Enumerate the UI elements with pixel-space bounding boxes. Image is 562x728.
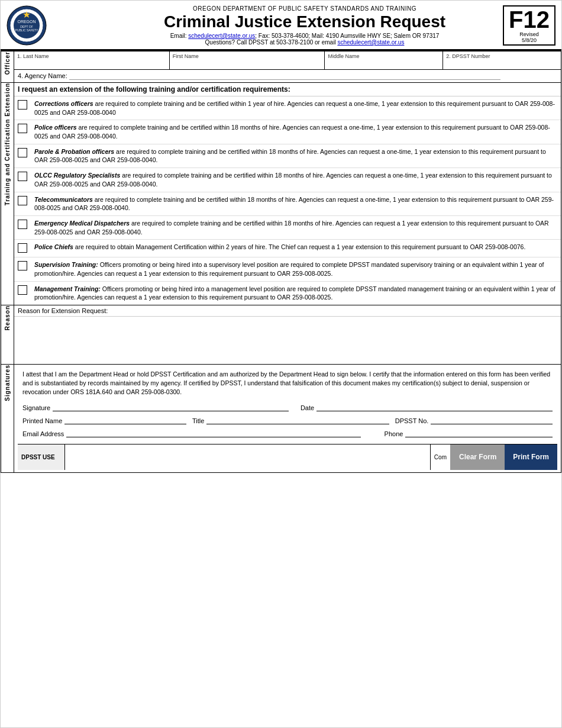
middlename-input[interactable] [328, 60, 440, 67]
training-section-label: Training and Certification Extension [4, 83, 11, 205]
agency-input[interactable] [69, 72, 501, 80]
training-checkbox-2[interactable] [18, 148, 27, 157]
checkbox-area-2 [18, 148, 31, 159]
lastname-label: 1. Last Name [17, 53, 166, 59]
training-row: Training and Certification Extension I r… [1, 83, 561, 305]
email-link[interactable]: schedulecert@state.or.us [188, 33, 255, 39]
officer-row: Officer 1. Last Name First Name Middle N… [1, 51, 561, 83]
revised-label: Revised [519, 31, 539, 37]
revised-date: 5/8/20 [522, 37, 537, 43]
training-text-4: Telecommunicators are required to comple… [34, 195, 557, 212]
dpsst-use-content[interactable] [65, 444, 431, 470]
signatures-section-label-cell: Signatures [1, 365, 14, 473]
dpsst-buttons: Com Clear Form Print Form [431, 444, 557, 470]
reason-row: Reason Reason for Extension Request: [1, 305, 561, 365]
header-contact: Email: schedulecert@state.or.us; Fax: 50… [54, 33, 555, 46]
training-text-3: OLCC Regulatory Specialists are required… [34, 171, 557, 188]
officer-firstname-field: First Name [170, 51, 325, 69]
fax-text: Fax: 503-378-4600; [259, 33, 310, 39]
checkbox-area-3 [18, 172, 31, 182]
officer-lastname-field: 1. Last Name [14, 51, 170, 69]
printed-name-label: Printed Name [22, 417, 62, 424]
questions-text: Questions? Call DPSST at 503-378-2100 or… [205, 39, 336, 46]
officer-section-label: Officer [4, 51, 11, 75]
firstname-input[interactable] [173, 60, 322, 67]
training-text-1: Police officers are required to complete… [34, 123, 557, 140]
training-item: Supervision Training: Officers promoting… [14, 257, 561, 281]
header-center: OREGON DEPARTMENT OF PUBLIC SAFETY STAND… [54, 5, 555, 46]
header: OREGON DEPT OF PUBLIC SAFETY OREGON DEPA… [1, 1, 561, 51]
title-label: Title [192, 417, 204, 424]
reason-textarea[interactable] [18, 319, 557, 360]
email-address-label: Email Address [22, 430, 64, 437]
attest-text: I attest that I am the Department Head o… [22, 370, 553, 397]
training-text-2: Parole & Probation officers are required… [34, 147, 557, 165]
training-checkbox-3[interactable] [18, 172, 27, 181]
main-table: Officer 1. Last Name First Name Middle N… [1, 51, 561, 473]
training-checkbox-0[interactable] [18, 100, 27, 109]
signature-line-row: Signature Date [22, 402, 553, 411]
dpsst-label: 2. DPSST Number [446, 53, 558, 59]
training-text-0: Corrections officers are required to com… [34, 99, 557, 117]
training-checkbox-7[interactable] [18, 261, 27, 270]
training-text-8: Management Training: Officers promoting … [34, 285, 557, 302]
middlename-label: Middle Name [328, 53, 440, 59]
officer-section-label-cell: Officer [1, 51, 14, 83]
checkbox-area-0 [18, 100, 31, 111]
footer-row: DPSST USE Com Clear Form Print Form [18, 444, 557, 470]
officer-middlename-field: Middle Name [325, 51, 443, 69]
org-name: OREGON DEPARTMENT OF PUBLIC SAFETY STAND… [54, 5, 555, 12]
firstname-label: First Name [173, 53, 322, 59]
signatures-section-label: Signatures [4, 365, 11, 401]
checkbox-area-4 [18, 196, 31, 207]
form-title: Criminal Justice Extension Request [54, 13, 555, 31]
reason-content-cell: Reason for Extension Request: [14, 305, 561, 365]
agency-label: 4. Agency Name: [18, 72, 67, 79]
training-item: Telecommunicators are required to comple… [14, 192, 561, 216]
training-item: Emergency Medical Dispatchers are requir… [14, 216, 561, 240]
comment-label: Com [434, 454, 447, 460]
clear-form-button[interactable]: Clear Form [451, 444, 505, 470]
reason-label: Reason for Extension Request: [14, 305, 561, 317]
email-phone-row: Email Address Phone [22, 428, 553, 437]
training-item: Corrections officers are required to com… [14, 96, 561, 120]
checkbox-area-7 [18, 261, 31, 272]
training-item: OLCC Regulatory Specialists are required… [14, 168, 561, 192]
officer-fields: 1. Last Name First Name Middle Name 2. D… [14, 51, 561, 70]
training-item: Parole & Probation officers are required… [14, 144, 561, 168]
dpsst-use-input[interactable] [69, 447, 427, 454]
agency-logo: OREGON DEPT OF PUBLIC SAFETY [7, 5, 48, 47]
questions-email-link[interactable]: schedulecert@state.or.us [337, 39, 404, 46]
training-item: Management Training: Officers promoting … [14, 282, 561, 305]
mail-text: Mail: 4190 Aumsville HWY SE; Salem OR 97… [312, 33, 439, 39]
signatures-content: I attest that I am the Department Head o… [18, 367, 557, 444]
training-checkbox-4[interactable] [18, 196, 27, 205]
dpsst-input[interactable] [446, 60, 558, 67]
email-label-text: Email: [170, 33, 187, 39]
signatures-row: Signatures I attest that I am the Depart… [1, 365, 561, 473]
officer-content-cell: 1. Last Name First Name Middle Name 2. D… [14, 51, 561, 83]
reason-section-label: Reason [4, 305, 11, 330]
training-text-5: Emergency Medical Dispatchers are requir… [34, 219, 557, 236]
page: OREGON DEPT OF PUBLIC SAFETY OREGON DEPA… [0, 0, 562, 728]
reason-section-label-cell: Reason [1, 305, 14, 365]
checkbox-area-6 [18, 243, 31, 254]
training-checkbox-8[interactable] [18, 285, 27, 295]
date-line [316, 402, 553, 411]
signatures-content-cell: I attest that I am the Department Head o… [14, 365, 561, 473]
training-section-label-cell: Training and Certification Extension [1, 83, 14, 305]
checkbox-area-5 [18, 220, 31, 230]
training-checkbox-5[interactable] [18, 220, 27, 229]
training-text-6: Police Chiefs are required to obtain Man… [34, 243, 557, 252]
training-checkbox-1[interactable] [18, 124, 27, 133]
print-form-button[interactable]: Print Form [505, 444, 557, 470]
training-item: Police officers are required to complete… [14, 120, 561, 144]
lastname-input[interactable] [17, 60, 166, 67]
training-checkbox-6[interactable] [18, 243, 27, 253]
phone-label: Phone [385, 430, 403, 437]
printed-name-row: Printed Name Title DPSST No. [22, 415, 553, 424]
reason-textarea-area [14, 317, 561, 364]
form-code-box: F12 Revised 5/8/20 [503, 5, 555, 46]
agency-row: 4. Agency Name: [14, 70, 561, 82]
comment-area: Com [431, 444, 451, 470]
